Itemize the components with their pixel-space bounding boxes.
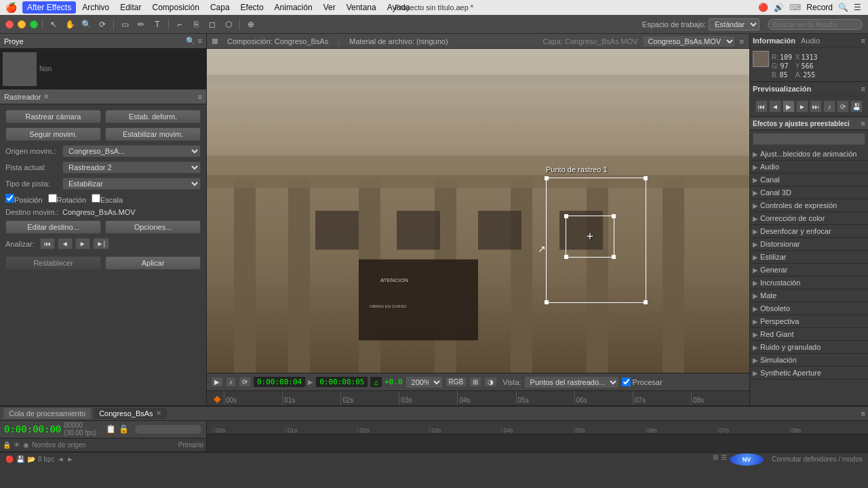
menu-animacion[interactable]: Animación: [270, 1, 317, 14]
effect-group-1[interactable]: ▶ Audio: [750, 161, 868, 174]
seguir-movim-btn[interactable]: Seguir movim.: [5, 127, 101, 141]
effect-group-16[interactable]: ▶Simulación: [750, 354, 868, 367]
channel-btn[interactable]: RGB: [446, 377, 467, 387]
menu-ver[interactable]: Ver: [319, 1, 340, 14]
status-icon-3[interactable]: 📂: [27, 455, 35, 463]
layer-select[interactable]: Congreso_BsAs.MOV: [642, 35, 736, 47]
status-icon-5[interactable]: ►: [66, 455, 73, 463]
project-search-icon[interactable]: 🔍: [186, 37, 195, 45]
timeline-time[interactable]: 0:00:00:00: [4, 424, 61, 434]
rotacion-checkbox-label[interactable]: Rotación: [48, 194, 86, 204]
escala-checkbox[interactable]: [92, 194, 100, 203]
effect-group-4[interactable]: ▶Controles de expresión: [750, 199, 868, 212]
comp-audio-btn[interactable]: ♪: [226, 377, 236, 387]
info-menu-icon[interactable]: ≡: [861, 37, 865, 45]
preview-play[interactable]: ▶: [783, 100, 795, 113]
text-tool[interactable]: T: [151, 18, 164, 31]
tracker-inner-tl[interactable]: [564, 214, 568, 218]
tab-congreso[interactable]: Congreso_BsAs ✕: [93, 407, 167, 420]
editar-destino-btn[interactable]: Editar destino...: [5, 220, 101, 234]
material-tab[interactable]: Material de archivo: (ninguno): [345, 37, 452, 45]
view-select[interactable]: Puntos del rastreado...: [524, 376, 619, 388]
preview-menu-icon[interactable]: ≡: [861, 85, 865, 93]
brush-tool[interactable]: ⌐: [173, 18, 186, 31]
roto-tool[interactable]: ⬡: [222, 18, 235, 31]
status-icon-4[interactable]: ◄: [57, 455, 64, 463]
escala-checkbox-label[interactable]: Escala: [92, 194, 123, 204]
menu-archivo[interactable]: Archivo: [77, 1, 114, 14]
time-display-2[interactable]: 0:00:08:05: [316, 377, 368, 387]
help-search[interactable]: [768, 19, 863, 30]
tl-icon-2[interactable]: 🔒: [119, 424, 129, 434]
effect-group-3[interactable]: ▶Canal 3D: [750, 186, 868, 199]
tab-cola[interactable]: Cola de procesamiento: [3, 407, 92, 420]
posicion-checkbox[interactable]: [5, 194, 14, 203]
effect-group-10[interactable]: ▶Incrustación: [750, 277, 868, 289]
procesar-label[interactable]: Procesar: [622, 378, 663, 386]
effect-group-11[interactable]: ▶Mate: [750, 289, 868, 302]
tracker-handle-bl[interactable]: [545, 300, 549, 304]
time-display-1[interactable]: 0:00:08:04: [254, 377, 305, 387]
preview-loop[interactable]: ⟳: [837, 100, 849, 113]
status-btn-2[interactable]: ☰: [721, 453, 727, 466]
close-btn[interactable]: [5, 20, 14, 28]
tracker-handle-br[interactable]: [644, 300, 648, 304]
tracker-handle-tr[interactable]: [644, 176, 648, 180]
effects-search[interactable]: [753, 133, 865, 145]
rotation-tool[interactable]: ⟳: [96, 18, 109, 31]
tracker-inner-tr[interactable]: [612, 214, 616, 218]
effect-group-15[interactable]: ▶Ruido y granulado: [750, 341, 868, 354]
status-icon-2[interactable]: 💾: [16, 455, 24, 463]
menu-efecto[interactable]: Efecto: [236, 1, 269, 14]
opciones-btn[interactable]: Opciones...: [105, 220, 201, 234]
puppet-tool[interactable]: ⊕: [244, 18, 258, 31]
comp-loop-btn[interactable]: ⟳: [239, 377, 251, 387]
project-settings-icon[interactable]: ≡: [198, 37, 202, 45]
audio-title[interactable]: Audio: [801, 37, 820, 45]
menu-ventana[interactable]: Ventana: [342, 1, 381, 14]
effect-group-17[interactable]: ▶Synthetic Aperture: [750, 367, 868, 380]
project-tab-label[interactable]: Proye: [4, 37, 24, 45]
workspace-select[interactable]: Estándar: [709, 18, 760, 30]
effect-group-8[interactable]: ▶Estilizar: [750, 251, 868, 264]
time-display-3[interactable]: △: [370, 377, 382, 387]
effect-group-9[interactable]: ▶Generar: [750, 264, 868, 277]
estab-movim-btn[interactable]: Estabilizar movim.: [105, 127, 201, 141]
rastreador-close[interactable]: ✕: [43, 93, 49, 100]
rastreador-menu-icon[interactable]: ≡: [198, 93, 202, 101]
rect-tool[interactable]: ▭: [118, 18, 132, 31]
preview-audio[interactable]: ♪: [823, 100, 835, 113]
tl-icon-1[interactable]: 📋: [106, 424, 116, 434]
effect-group-14[interactable]: ▶Red Giant: [750, 328, 868, 341]
select-tool[interactable]: ↖: [47, 18, 60, 31]
clone-tool[interactable]: ⎘: [189, 18, 203, 31]
hand-tool[interactable]: ✋: [63, 18, 77, 31]
rotacion-checkbox[interactable]: [48, 194, 57, 203]
zoom-tool[interactable]: 🔍: [79, 18, 93, 31]
snap-btn[interactable]: ⊞: [469, 377, 481, 387]
tab-congreso-close[interactable]: ✕: [156, 409, 161, 417]
preview-last[interactable]: ⏭: [810, 100, 822, 113]
tracker-inner-bl[interactable]: [564, 255, 568, 259]
minimize-btn[interactable]: [18, 20, 26, 28]
status-btn-1[interactable]: ⊞: [713, 453, 718, 466]
comp-header-menu[interactable]: ≡: [740, 37, 744, 45]
restablecer-btn[interactable]: Restablecer: [5, 256, 101, 270]
effect-group-5[interactable]: ▶Corrección de color: [750, 212, 868, 225]
rastrear-camara-btn[interactable]: Rastrear cámara: [5, 110, 101, 123]
eraser-tool[interactable]: ◻: [205, 18, 219, 31]
effect-group-12[interactable]: ▶Obsoleto: [750, 302, 868, 315]
origen-select[interactable]: Congreso_BsA...: [62, 145, 201, 157]
procesar-checkbox[interactable]: [622, 378, 631, 386]
maximize-btn[interactable]: [30, 20, 38, 28]
mode-btn-label[interactable]: Conmutar definidores / modos: [772, 455, 863, 463]
preview-save[interactable]: 💾: [850, 100, 863, 113]
apple-logo[interactable]: 🍎: [5, 2, 17, 13]
comp-tab[interactable]: Composición: Congreso_BsAs: [223, 37, 332, 45]
effect-group-13[interactable]: ▶Perspectiva: [750, 315, 868, 328]
effect-group-7[interactable]: ▶Distorsionar: [750, 238, 868, 251]
exposure-btn[interactable]: ◑: [484, 377, 497, 387]
menu-composicion[interactable]: Composición: [148, 1, 204, 14]
tracker-handle-tl[interactable]: [545, 176, 549, 180]
posicion-checkbox-label[interactable]: Posición: [5, 194, 43, 204]
